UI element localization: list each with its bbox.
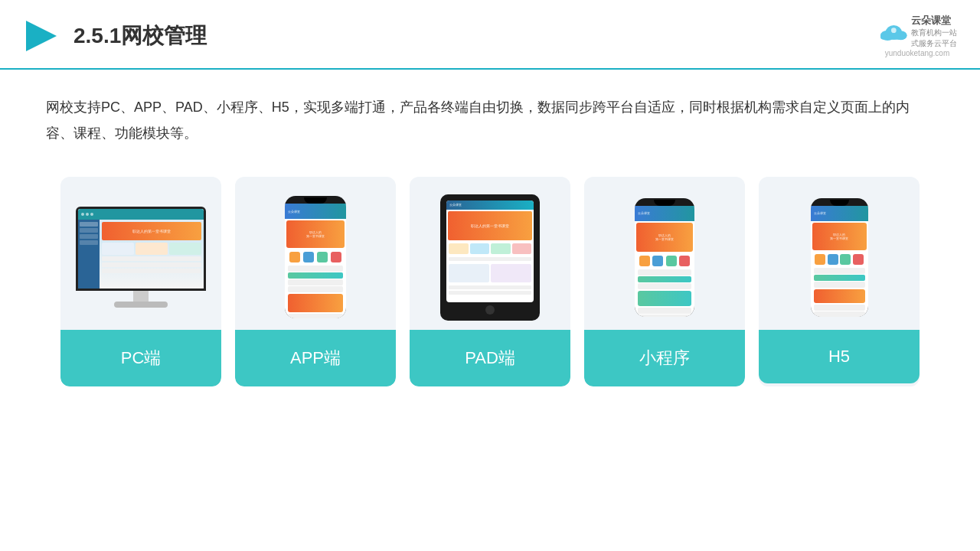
miniprogram-phone: 云朵课堂 职达人的第一堂书课堂 — [635, 198, 694, 317]
cloud-icon — [877, 21, 908, 42]
h5-label: H5 — [759, 330, 920, 383]
monitor-screen: 职达人的第一堂书课堂 — [76, 207, 206, 291]
play-icon — [23, 18, 60, 54]
card-h5: 云朵课堂 职达人的第一堂书课堂 — [759, 177, 920, 386]
logo-url: yunduoketang.com — [885, 49, 950, 57]
description-content: 网校支持PC、APP、PAD、小程序、H5，实现多端打通，产品各终端自由切换，数… — [46, 99, 910, 141]
card-app: 云朵课堂 职达人的第一堂书课堂 — [235, 177, 396, 386]
miniprogram-label: 小程序 — [584, 330, 745, 386]
h5-phone: 云朵课堂 职达人的第一堂书课堂 — [811, 198, 868, 317]
h5-image-area: 云朵课堂 职达人的第一堂书课堂 — [759, 177, 920, 330]
svg-rect-4 — [880, 34, 905, 40]
logo-tagline: 教育机构一站式服务云平台 — [911, 28, 957, 49]
card-pad: 云朵课堂 职达人的第一堂书课堂 — [410, 177, 570, 386]
pc-label: PC端 — [60, 330, 221, 386]
logo-name: 云朵课堂 — [911, 14, 957, 28]
logo-text-group: 云朵课堂 教育机构一站式服务云平台 — [911, 14, 957, 49]
logo-area: 云朵课堂 教育机构一站式服务云平台 yunduoketang.com — [877, 14, 957, 57]
page-title: 2.5.1网校管理 — [74, 21, 207, 51]
pad-tablet: 云朵课堂 职达人的第一堂书课堂 — [440, 194, 540, 321]
svg-point-5 — [891, 28, 897, 33]
header-left: 2.5.1网校管理 — [23, 18, 207, 54]
svg-marker-0 — [26, 21, 57, 51]
pc-monitor: 职达人的第一堂书课堂 — [76, 207, 206, 308]
cards-container: 职达人的第一堂书课堂 — [0, 161, 980, 409]
miniprogram-image-area: 云朵课堂 职达人的第一堂书课堂 — [584, 177, 745, 330]
app-label: APP端 — [235, 330, 396, 386]
pc-image-area: 职达人的第一堂书课堂 — [60, 177, 221, 330]
pad-image-area: 云朵课堂 职达人的第一堂书课堂 — [410, 177, 570, 330]
description-text: 网校支持PC、APP、PAD、小程序、H5，实现多端打通，产品各终端自由切换，数… — [0, 70, 980, 161]
logo-cloud: 云朵课堂 教育机构一站式服务云平台 — [877, 14, 957, 49]
app-image-area: 云朵课堂 职达人的第一堂书课堂 — [235, 177, 396, 330]
card-miniprogram: 云朵课堂 职达人的第一堂书课堂 — [584, 177, 745, 386]
page-header: 2.5.1网校管理 云朵课堂 教育机构一站式服务云平台 yunduoketang… — [0, 0, 980, 70]
pad-label: PAD端 — [410, 330, 570, 386]
app-phone: 云朵课堂 职达人的第一堂书课堂 — [285, 196, 346, 318]
card-pc: 职达人的第一堂书课堂 — [60, 177, 221, 386]
